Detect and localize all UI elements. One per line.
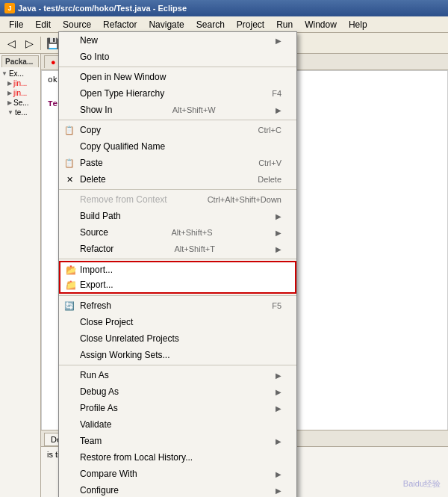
- ctx-item-run-as[interactable]: Run As▶: [59, 367, 296, 383]
- ctx-item-go-into[interactable]: Go Into: [59, 49, 296, 65]
- ctx-label-28: Validate: [80, 419, 111, 430]
- toolbar-btn-forward[interactable]: ▷: [21, 35, 37, 52]
- ctx-separator-19: [59, 295, 296, 296]
- tree-item-3[interactable]: ▶ jin...: [1, 88, 39, 98]
- ctx-item-open-in-new-window[interactable]: Open in New Window: [59, 69, 296, 85]
- menu-item-project[interactable]: Project: [231, 16, 270, 32]
- ctx-label-18: Export...: [80, 280, 113, 290]
- ctx-item-validate[interactable]: Validate: [59, 416, 296, 433]
- ctx-label-9: Paste: [80, 158, 103, 168]
- ctx-label-22: Close Unrelated Projects: [80, 333, 179, 344]
- tree-label-4: Se...: [13, 99, 29, 107]
- ctx-label-5: Show In: [80, 105, 112, 115]
- tree-item-2[interactable]: ▶ jin...: [1, 78, 39, 88]
- ctx-item-new[interactable]: New▶: [59, 32, 296, 49]
- ctx-arrow-5: ▶: [276, 106, 281, 114]
- ctx-icon-import...: 📂: [65, 264, 77, 276]
- ctx-item-debug-as[interactable]: Debug As▶: [59, 383, 296, 400]
- menu-item-source[interactable]: Source: [57, 16, 97, 32]
- ctx-item-remove-from-context[interactable]: Remove from ContextCtrl+Alt+Shift+Down: [59, 191, 296, 208]
- ctx-icon-20: 🔄: [63, 300, 75, 312]
- menu-item-run[interactable]: Run: [270, 16, 299, 32]
- ctx-label-31: Compare With: [80, 469, 137, 479]
- ctx-item-assign-working-sets---[interactable]: Assign Working Sets...: [59, 347, 296, 363]
- menu-item-help[interactable]: Help: [343, 16, 373, 32]
- ctx-item-refresh[interactable]: 🔄RefreshF5: [59, 297, 296, 314]
- ctx-separator-2: [59, 67, 296, 67]
- tree-arrow-1: ▼: [1, 70, 7, 77]
- ctx-item-configure[interactable]: Configure▶: [59, 482, 296, 497]
- ctx-item-import---[interactable]: 📥📂Import...: [59, 261, 296, 277]
- ctx-item-copy-qualified-name[interactable]: Copy Qualified Name: [59, 138, 296, 155]
- ctx-label-27: Profile As: [80, 403, 118, 413]
- tree-arrow-5: ▼: [7, 109, 13, 116]
- ctx-arrow-0: ▶: [276, 37, 281, 45]
- tree-item-4[interactable]: ▶ Se...: [1, 98, 39, 108]
- left-panel: Packa... ▼ Ex... ▶ jin... ▶ jin... ▶ Se.…: [0, 54, 41, 497]
- ctx-shortcut-15: Alt+Shift+T: [174, 244, 214, 253]
- ctx-label-7: Copy: [80, 125, 101, 135]
- ctx-label-23: Assign Working Sets...: [80, 350, 170, 360]
- ctx-item-source[interactable]: SourceAlt+Shift+S▶: [59, 224, 296, 241]
- ctx-item-delete[interactable]: ✕DeleteDelete: [59, 171, 296, 188]
- ctx-label-21: Close Project: [80, 317, 133, 327]
- ctx-item-export---[interactable]: 📤📁Export...: [59, 277, 296, 294]
- ctx-arrow-26: ▶: [276, 388, 281, 396]
- ctx-item-close-project[interactable]: Close Project: [59, 314, 296, 330]
- ctx-label-20: Refresh: [80, 300, 111, 311]
- ctx-item-compare-with[interactable]: Compare With▶: [59, 466, 296, 482]
- ctx-shortcut-20: F5: [272, 301, 281, 310]
- tree-label-1: Ex...: [9, 70, 24, 78]
- ctx-label-15: Refactor: [80, 244, 113, 254]
- title-bar: J Java - test/src/com/hoko/Test.java - E…: [0, 0, 448, 16]
- ctx-item-copy[interactable]: 📋CopyCtrl+C: [59, 122, 296, 138]
- ctx-arrow-15: ▶: [276, 245, 281, 253]
- ctx-item-paste[interactable]: 📋PasteCtrl+V: [59, 155, 296, 171]
- ctx-item-build-path[interactable]: Build Path▶: [59, 208, 296, 224]
- ctx-separator-16: [59, 259, 296, 259]
- menu-item-navigate[interactable]: Navigate: [143, 16, 190, 32]
- ctx-shortcut-4: F4: [272, 89, 281, 98]
- ctx-arrow-32: ▶: [276, 487, 281, 495]
- ctx-item-refactor[interactable]: RefactorAlt+Shift+T▶: [59, 241, 296, 257]
- ctx-icon-10: ✕: [63, 173, 75, 185]
- tree-item-1[interactable]: ▼ Ex...: [1, 69, 39, 78]
- ctx-label-4: Open Type Hierarchy: [80, 88, 164, 99]
- ctx-icon-export...: 📁: [65, 279, 77, 291]
- ctx-item-team[interactable]: Team▶: [59, 433, 296, 449]
- toolbar-btn-back[interactable]: ◁: [3, 35, 19, 52]
- ctx-label-14: Source: [80, 227, 108, 238]
- ctx-label-10: Delete: [80, 174, 106, 185]
- ctx-label-3: Open in New Window: [80, 72, 166, 82]
- ctx-shortcut-14: Alt+Shift+S: [171, 228, 212, 237]
- ctx-arrow-31: ▶: [276, 470, 281, 478]
- menu-item-window[interactable]: Window: [299, 16, 343, 32]
- package-explorer-tab[interactable]: Packa...: [1, 55, 39, 67]
- ctx-label-8: Copy Qualified Name: [80, 141, 165, 152]
- ctx-arrow-13: ▶: [276, 212, 281, 220]
- tree-arrow-4: ▶: [7, 99, 12, 106]
- ctx-shortcut-9: Ctrl+V: [258, 158, 281, 167]
- ctx-item-close-unrelated-projects[interactable]: Close Unrelated Projects: [59, 330, 296, 347]
- ctx-item-profile-as[interactable]: Profile As▶: [59, 400, 296, 416]
- menu-item-file[interactable]: File: [3, 16, 29, 32]
- ctx-separator-11: [59, 189, 296, 190]
- ctx-shortcut-10: Delete: [258, 175, 281, 184]
- ctx-shortcut-5: Alt+Shift+W: [172, 105, 216, 114]
- ctx-label-25: Run As: [80, 370, 109, 380]
- menu-item-refactor[interactable]: Refactor: [97, 16, 143, 32]
- ctx-item-show-in[interactable]: Show InAlt+Shift+W▶: [59, 102, 296, 118]
- tree-arrow-3: ▶: [7, 90, 12, 96]
- ctx-item-restore-from-local-history---[interactable]: Restore from Local History...: [59, 449, 296, 466]
- ctx-separator-6: [59, 120, 296, 120]
- window-title: Java - test/src/com/hoko/Test.java - Ecl…: [18, 4, 187, 13]
- ctx-label-17: Import...: [80, 265, 113, 275]
- ctx-item-open-type-hierarchy[interactable]: Open Type HierarchyF4: [59, 85, 296, 102]
- ctx-arrow-14: ▶: [276, 229, 281, 237]
- menu-item-edit[interactable]: Edit: [29, 16, 57, 32]
- tree-item-5[interactable]: ▼ te...: [1, 108, 39, 117]
- ctx-label-29: Team: [80, 436, 102, 446]
- app-icon: J: [4, 3, 15, 13]
- ctx-label-26: Debug As: [80, 386, 119, 397]
- menu-item-search[interactable]: Search: [190, 16, 231, 32]
